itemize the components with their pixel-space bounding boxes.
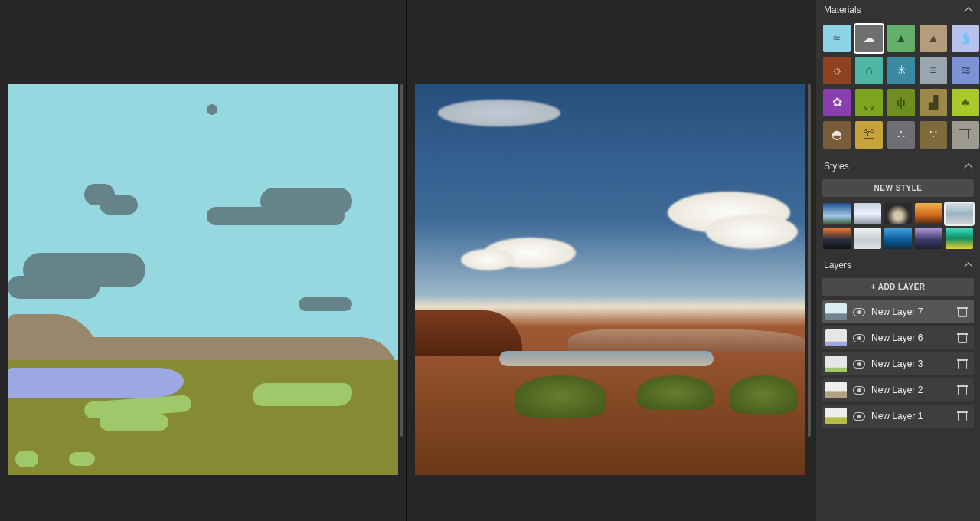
style-thumb-3[interactable] — [884, 203, 912, 224]
layers-list: New Layer 7New Layer 6New Layer 3New Lay… — [816, 300, 980, 428]
material-haze[interactable]: ⌂ — [855, 57, 883, 84]
segmentation-canvas[interactable] — [8, 84, 398, 475]
chevron-up-icon — [965, 162, 972, 170]
generated-image — [415, 84, 805, 475]
layer-row[interactable]: New Layer 3 — [822, 352, 974, 375]
layer-name-label: New Layer 7 — [871, 306, 951, 317]
material-sand[interactable]: ⛱ — [855, 121, 883, 149]
material-fog[interactable]: ≡ — [920, 57, 947, 84]
layer-thumbnail — [825, 329, 847, 346]
style-thumb-1[interactable] — [823, 203, 851, 224]
style-thumb-8[interactable] — [884, 228, 912, 249]
output-canvas-pane — [407, 0, 813, 521]
visibility-eye-icon[interactable] — [853, 384, 865, 396]
style-thumb-10[interactable] — [946, 228, 973, 249]
material-bush[interactable]: ψ — [887, 89, 915, 116]
visibility-eye-icon[interactable] — [853, 410, 865, 422]
sky-icon: ≈ — [834, 32, 841, 44]
layers-title: Layers — [824, 260, 851, 270]
layer-row[interactable]: New Layer 1 — [822, 405, 974, 428]
dirt-icon: ▟ — [929, 97, 938, 109]
gravel-icon: ∴ — [897, 129, 905, 141]
material-grass[interactable]: ˬˬ — [855, 89, 883, 116]
material-sea[interactable]: ≋ — [952, 57, 979, 84]
material-gravel[interactable]: ∴ — [887, 121, 915, 149]
visibility-eye-icon[interactable] — [853, 332, 865, 344]
layer-row[interactable]: New Layer 7 — [822, 300, 974, 323]
grass-icon: ˬˬ — [863, 97, 875, 109]
layer-row[interactable]: New Layer 6 — [822, 326, 974, 349]
layer-thumbnail — [825, 382, 847, 398]
flower-icon: ✿ — [832, 97, 842, 109]
material-stone[interactable]: ⛩ — [952, 121, 979, 149]
material-snow[interactable]: ✳ — [887, 57, 915, 84]
sea-icon: ≋ — [961, 64, 971, 77]
visibility-eye-icon[interactable] — [853, 306, 865, 318]
water-icon: 💧 — [958, 32, 973, 44]
delete-layer-icon[interactable] — [957, 411, 968, 421]
material-rock[interactable]: ◓ — [823, 121, 851, 149]
mountain-icon: ▲ — [927, 32, 939, 44]
styles-panel-header[interactable]: Styles — [816, 156, 980, 176]
materials-panel-header[interactable]: Materials — [816, 0, 980, 20]
material-cloud[interactable]: ☁ — [855, 25, 883, 52]
workspace — [0, 0, 816, 521]
style-thumb-9[interactable] — [915, 228, 942, 249]
style-thumb-4[interactable] — [915, 203, 942, 224]
material-flower[interactable]: ✿ — [823, 89, 851, 116]
style-thumb-7[interactable] — [854, 228, 881, 249]
canvas-scrollbar[interactable] — [400, 84, 403, 437]
delete-layer-icon[interactable] — [957, 359, 968, 369]
materials-grid: ≈☁▲▲💧☼⌂✳≡≋✿ˬˬψ▟♣◓⛱∴∵⛩ — [816, 20, 980, 156]
stone-icon: ⛩ — [959, 129, 972, 141]
layer-name-label: New Layer 2 — [871, 385, 951, 395]
layer-thumbnail — [825, 408, 847, 424]
delete-layer-icon[interactable] — [957, 385, 968, 395]
input-canvas-pane — [0, 0, 406, 521]
fog-icon: ≡ — [929, 64, 936, 77]
style-thumb-6[interactable] — [823, 228, 851, 249]
rock-icon: ◓ — [831, 129, 842, 141]
delete-layer-icon[interactable] — [957, 306, 968, 317]
layer-thumbnail — [825, 303, 847, 320]
chevron-up-icon — [965, 6, 972, 14]
haze-icon: ⌂ — [865, 64, 873, 77]
material-fire[interactable]: ☼ — [823, 57, 851, 84]
chevron-up-icon — [965, 261, 972, 269]
materials-title: Materials — [824, 5, 861, 15]
material-water[interactable]: 💧 — [952, 25, 979, 52]
mud-icon: ∵ — [929, 129, 937, 141]
layers-panel-header[interactable]: Layers — [816, 255, 980, 275]
material-sky[interactable]: ≈ — [823, 25, 851, 52]
visibility-eye-icon[interactable] — [853, 358, 865, 370]
layer-row[interactable]: New Layer 2 — [822, 378, 974, 401]
tree-icon: ♣ — [962, 97, 970, 109]
snow-icon: ✳ — [897, 64, 906, 77]
style-thumb-5[interactable] — [946, 203, 973, 224]
material-mountain[interactable]: ▲ — [920, 25, 947, 52]
material-hill[interactable]: ▲ — [887, 25, 915, 52]
material-tree[interactable]: ♣ — [952, 89, 979, 116]
new-style-button[interactable]: NEW STYLE — [822, 179, 974, 197]
canvas-scrollbar[interactable] — [808, 84, 811, 437]
layer-name-label: New Layer 6 — [871, 333, 951, 343]
hill-icon: ▲ — [895, 32, 907, 44]
delete-layer-icon[interactable] — [957, 333, 968, 343]
sidebar: Materials ≈☁▲▲💧☼⌂✳≡≋✿ˬˬψ▟♣◓⛱∴∵⛩ Styles N… — [816, 0, 980, 521]
sand-icon: ⛱ — [863, 129, 875, 141]
layer-name-label: New Layer 3 — [871, 359, 951, 369]
style-thumb-2[interactable] — [854, 203, 881, 224]
cloud-icon: ☁ — [863, 32, 875, 44]
material-mud[interactable]: ∵ — [920, 121, 947, 149]
add-layer-button[interactable]: + ADD LAYER — [822, 278, 974, 296]
layer-name-label: New Layer 1 — [871, 411, 951, 421]
bush-icon: ψ — [897, 97, 905, 109]
styles-grid — [816, 202, 980, 255]
styles-title: Styles — [824, 161, 849, 172]
layer-thumbnail — [825, 356, 847, 372]
material-dirt[interactable]: ▟ — [920, 89, 947, 116]
fire-icon: ☼ — [831, 64, 843, 77]
